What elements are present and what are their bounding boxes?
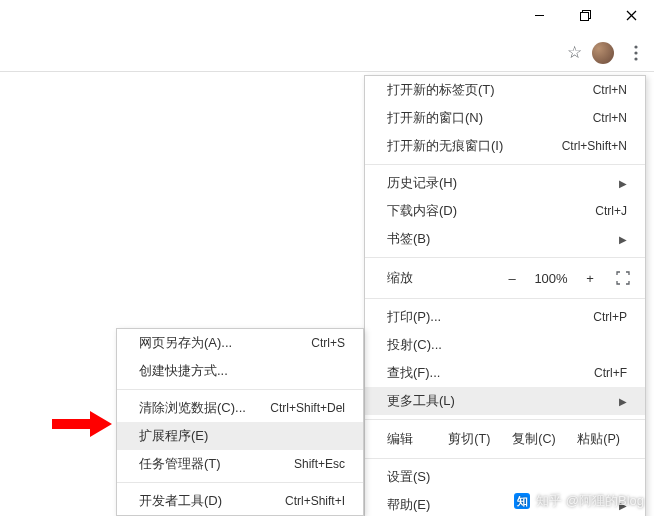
zoom-label: 缩放 <box>387 269 497 287</box>
menu-label: 下载内容(D) <box>387 202 575 220</box>
menu-label: 打开新的窗口(N) <box>387 109 573 127</box>
menu-label: 书签(B) <box>387 230 607 248</box>
menu-edit-row: 编辑 剪切(T) 复制(C) 粘贴(P) <box>365 424 645 454</box>
menu-label: 打印(P)... <box>387 308 573 326</box>
submenu-task-manager[interactable]: 任务管理器(T)Shift+Esc <box>117 450 363 478</box>
submenu-arrow-icon: ▶ <box>619 234 627 245</box>
menu-separator <box>117 482 363 483</box>
watermark-text: 知乎 @阿狸的Blog <box>536 492 644 510</box>
menu-settings[interactable]: 设置(S) <box>365 463 645 491</box>
svg-point-7 <box>634 57 637 60</box>
minimize-button[interactable] <box>516 0 562 30</box>
zoom-value: 100% <box>527 271 575 286</box>
menu-shortcut: Ctrl+Shift+Del <box>270 401 345 415</box>
menu-shortcut: Ctrl+S <box>311 336 345 350</box>
menu-label: 开发者工具(D) <box>139 492 265 510</box>
menu-find[interactable]: 查找(F)...Ctrl+F <box>365 359 645 387</box>
svg-marker-9 <box>90 411 112 437</box>
watermark: 知 知乎 @阿狸的Blog <box>514 492 644 510</box>
fullscreen-icon[interactable] <box>611 268 635 288</box>
menu-shortcut: Ctrl+Shift+N <box>562 139 627 153</box>
browser-toolbar: ☆ <box>0 34 654 72</box>
window-controls <box>516 0 654 30</box>
menu-shortcut: Shift+Esc <box>294 457 345 471</box>
annotation-arrow-icon <box>52 411 112 440</box>
menu-label: 扩展程序(E) <box>139 427 345 445</box>
submenu-arrow-icon: ▶ <box>619 178 627 189</box>
menu-new-tab[interactable]: 打开新的标签页(T)Ctrl+N <box>365 76 645 104</box>
zoom-out-button[interactable]: – <box>497 271 527 286</box>
menu-shortcut: Ctrl+N <box>593 111 627 125</box>
menu-shortcut: Ctrl+J <box>595 204 627 218</box>
menu-shortcut: Ctrl+Shift+I <box>285 494 345 508</box>
menu-shortcut: Ctrl+N <box>593 83 627 97</box>
menu-label: 网页另存为(A)... <box>139 334 291 352</box>
more-tools-submenu: 网页另存为(A)...Ctrl+S 创建快捷方式... 清除浏览数据(C)...… <box>116 328 364 516</box>
submenu-extensions[interactable]: 扩展程序(E) <box>117 422 363 450</box>
submenu-create-shortcut[interactable]: 创建快捷方式... <box>117 357 363 385</box>
menu-separator <box>117 389 363 390</box>
menu-label: 清除浏览数据(C)... <box>139 399 250 417</box>
menu-cast[interactable]: 投射(C)... <box>365 331 645 359</box>
menu-label: 创建快捷方式... <box>139 362 345 380</box>
menu-separator <box>365 257 645 258</box>
menu-label: 打开新的无痕窗口(I) <box>387 137 542 155</box>
menu-new-incognito[interactable]: 打开新的无痕窗口(I)Ctrl+Shift+N <box>365 132 645 160</box>
menu-zoom-row: 缩放 – 100% + <box>365 262 645 294</box>
svg-text:知: 知 <box>516 495 528 507</box>
menu-label: 历史记录(H) <box>387 174 607 192</box>
menu-label: 查找(F)... <box>387 364 574 382</box>
menu-label: 打开新的标签页(T) <box>387 81 573 99</box>
menu-shortcut: Ctrl+F <box>594 366 627 380</box>
edit-label: 编辑 <box>387 430 437 448</box>
submenu-save-page[interactable]: 网页另存为(A)...Ctrl+S <box>117 329 363 357</box>
svg-point-6 <box>634 51 637 54</box>
maximize-button[interactable] <box>562 0 608 30</box>
profile-avatar[interactable] <box>592 42 614 64</box>
menu-label: 投射(C)... <box>387 336 627 354</box>
submenu-clear-data[interactable]: 清除浏览数据(C)...Ctrl+Shift+Del <box>117 394 363 422</box>
menu-downloads[interactable]: 下载内容(D)Ctrl+J <box>365 197 645 225</box>
svg-rect-2 <box>580 12 588 20</box>
menu-label: 设置(S) <box>387 468 627 486</box>
zhihu-icon: 知 <box>514 493 530 509</box>
menu-label: 任务管理器(T) <box>139 455 274 473</box>
main-context-menu: 打开新的标签页(T)Ctrl+N 打开新的窗口(N)Ctrl+N 打开新的无痕窗… <box>364 75 646 516</box>
submenu-arrow-icon: ▶ <box>619 396 627 407</box>
menu-more-tools[interactable]: 更多工具(L)▶ <box>365 387 645 415</box>
menu-separator <box>365 298 645 299</box>
menu-separator <box>365 164 645 165</box>
menu-history[interactable]: 历史记录(H)▶ <box>365 169 645 197</box>
menu-print[interactable]: 打印(P)...Ctrl+P <box>365 303 645 331</box>
menu-shortcut: Ctrl+P <box>593 310 627 324</box>
bookmark-star-icon[interactable]: ☆ <box>567 42 582 63</box>
svg-point-5 <box>634 45 637 48</box>
menu-separator <box>365 419 645 420</box>
menu-bookmarks[interactable]: 书签(B)▶ <box>365 225 645 253</box>
edit-paste-button[interactable]: 粘贴(P) <box>566 431 631 448</box>
menu-label: 更多工具(L) <box>387 392 607 410</box>
main-menu-button[interactable] <box>624 41 648 65</box>
edit-copy-button[interactable]: 复制(C) <box>502 431 567 448</box>
menu-new-window[interactable]: 打开新的窗口(N)Ctrl+N <box>365 104 645 132</box>
submenu-dev-tools[interactable]: 开发者工具(D)Ctrl+Shift+I <box>117 487 363 515</box>
close-button[interactable] <box>608 0 654 30</box>
edit-cut-button[interactable]: 剪切(T) <box>437 431 502 448</box>
zoom-in-button[interactable]: + <box>575 271 605 286</box>
svg-rect-8 <box>52 419 90 429</box>
menu-separator <box>365 458 645 459</box>
